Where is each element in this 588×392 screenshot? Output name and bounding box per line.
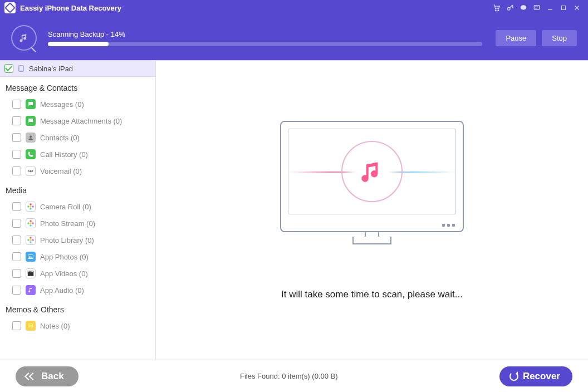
svg-point-2	[507, 7, 510, 10]
group-header: Message & Contacts	[0, 77, 155, 96]
device-checkbox[interactable]	[4, 64, 13, 73]
item-checkbox[interactable]	[12, 269, 21, 278]
refresh-icon	[509, 372, 518, 381]
item-label: Voicemail (0)	[40, 167, 82, 175]
item-checkbox[interactable]	[12, 166, 21, 175]
footer-bar: Back Files Found: 0 item(s) (0.00 B) Rec…	[0, 360, 588, 392]
list-item[interactable]: Notes (0)	[0, 317, 155, 334]
svg-point-20	[32, 222, 34, 224]
item-checkbox[interactable]	[12, 321, 21, 330]
cart-icon[interactable]	[490, 2, 503, 13]
app-title: Eassiy iPhone Data Recovery	[20, 4, 121, 12]
progress-fill	[48, 42, 109, 46]
item-label: Notes (0)	[40, 322, 70, 330]
svg-point-16	[30, 222, 32, 224]
contact-icon	[26, 133, 36, 143]
body-area: Sabina's iPad Message & ContactsMessages…	[0, 60, 588, 360]
svg-point-13	[30, 208, 32, 210]
list-item[interactable]: Call History (0)	[0, 146, 155, 163]
item-checkbox[interactable]	[12, 286, 21, 295]
list-item[interactable]: Messages (0)	[0, 96, 155, 112]
maximize-button[interactable]	[557, 2, 570, 13]
svg-point-25	[32, 239, 34, 241]
list-item[interactable]: Message Attachments (0)	[0, 112, 155, 129]
device-name: Sabina's iPad	[29, 65, 73, 73]
svg-point-24	[27, 239, 30, 241]
item-label: Contacts (0)	[40, 134, 80, 142]
svg-point-21	[30, 239, 32, 241]
item-checkbox[interactable]	[12, 202, 21, 211]
monitor-dots	[442, 224, 455, 227]
msg-icon	[26, 116, 36, 126]
svg-point-1	[498, 10, 499, 11]
item-label: Photo Library (0)	[40, 236, 94, 244]
key-icon[interactable]	[503, 2, 517, 13]
stop-button[interactable]: Stop	[542, 30, 577, 46]
audio-icon	[26, 285, 36, 295]
wait-message: It will take some time to scan, please w…	[281, 289, 463, 300]
svg-point-10	[31, 170, 32, 171]
progress-bar	[48, 42, 482, 46]
item-label: App Photos (0)	[40, 253, 89, 261]
back-label: Back	[41, 371, 64, 382]
list-item[interactable]: App Photos (0)	[0, 248, 155, 265]
item-label: Photo Stream (0)	[40, 219, 95, 228]
photo-icon	[26, 252, 36, 262]
chevron-left-icon	[30, 371, 36, 382]
svg-point-17	[30, 220, 32, 222]
close-button[interactable]	[570, 2, 584, 13]
list-item[interactable]: Photo Library (0)	[0, 232, 155, 248]
svg-point-18	[30, 224, 32, 227]
flower-icon	[26, 218, 36, 228]
feedback-icon[interactable]	[530, 2, 543, 13]
svg-point-14	[27, 205, 30, 208]
svg-point-11	[30, 205, 32, 208]
item-checkbox[interactable]	[12, 133, 21, 142]
scan-progress-block: Scanning Backup - 14%	[48, 30, 484, 46]
svg-point-15	[32, 205, 34, 208]
vm-icon	[26, 166, 36, 176]
item-checkbox[interactable]	[12, 150, 21, 159]
pause-button[interactable]: Pause	[496, 30, 536, 46]
list-item[interactable]: Camera Roll (0)	[0, 198, 155, 215]
list-item[interactable]: App Audio (0)	[0, 282, 155, 298]
call-icon	[26, 149, 36, 159]
list-item[interactable]: Photo Stream (0)	[0, 215, 155, 232]
item-checkbox[interactable]	[12, 236, 21, 244]
recover-button[interactable]: Recover	[499, 366, 572, 386]
main-content: It will take some time to scan, please w…	[156, 61, 588, 360]
item-checkbox[interactable]	[12, 219, 21, 228]
svg-rect-28	[28, 272, 34, 276]
music-note-icon	[341, 141, 403, 202]
msg-icon	[26, 99, 36, 109]
list-item[interactable]: App Videos (0)	[0, 265, 155, 282]
svg-rect-4	[534, 6, 539, 9]
clap-icon	[26, 268, 36, 278]
chat-icon[interactable]	[517, 2, 530, 13]
item-label: Messages (0)	[40, 100, 84, 109]
list-item[interactable]: Contacts (0)	[0, 129, 155, 146]
device-row[interactable]: Sabina's iPad	[0, 61, 155, 77]
recover-label: Recover	[523, 371, 560, 382]
flower-icon	[26, 202, 36, 212]
sidebar[interactable]: Sabina's iPad Message & ContactsMessages…	[0, 61, 156, 360]
svg-point-22	[30, 237, 32, 239]
svg-point-7	[21, 71, 21, 71]
item-checkbox[interactable]	[12, 252, 21, 261]
monitor-illustration	[280, 121, 464, 232]
minimize-button[interactable]	[543, 2, 557, 13]
group-header: Media	[0, 179, 155, 198]
svg-point-19	[27, 222, 30, 224]
app-logo-icon	[4, 2, 16, 13]
item-label: Camera Roll (0)	[40, 203, 91, 211]
list-item[interactable]: Voicemail (0)	[0, 163, 155, 179]
group-header: Memos & Others	[0, 298, 155, 317]
back-button[interactable]: Back	[16, 366, 79, 386]
svg-point-9	[28, 170, 30, 171]
item-checkbox[interactable]	[12, 116, 21, 125]
item-checkbox[interactable]	[12, 100, 21, 109]
item-label: App Audio (0)	[40, 286, 84, 295]
svg-point-0	[495, 10, 496, 11]
flower-icon	[26, 235, 36, 245]
scan-music-icon	[11, 25, 37, 51]
